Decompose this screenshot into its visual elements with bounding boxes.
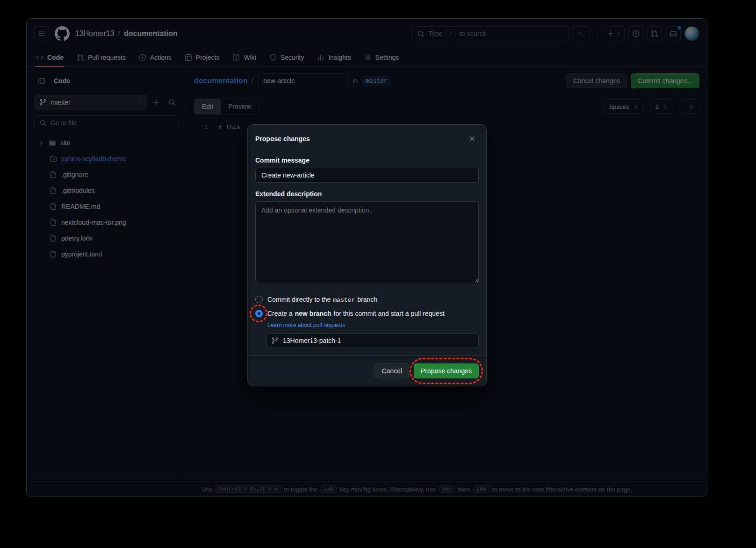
browser-window: 13Homer13 / documentation Type / to sear… [26,18,707,497]
radio-commit-direct[interactable] [255,296,263,303]
propose-changes-dialog: Propose changes Commit message Extended … [247,124,487,386]
commit-message-label: Commit message [255,157,479,164]
radio-create-branch-label: Create a new branch for this commit and … [267,310,445,317]
label-text: branch [357,296,377,303]
label-bold-text: new branch [295,310,331,317]
commit-message-input[interactable] [255,168,479,183]
close-dialog-button[interactable] [466,132,479,145]
git-branch-icon [271,337,279,344]
radio-commit-direct-label: Commit directly to the master branch [267,296,377,304]
cancel-button[interactable]: Cancel [374,363,409,378]
branch-code: master [333,297,355,304]
learn-more-link[interactable]: Learn more about pull requests [267,322,345,328]
extended-description-textarea[interactable] [255,201,479,283]
radio-create-branch[interactable] [255,310,263,317]
propose-changes-button[interactable]: Propose changes [414,363,479,378]
commit-choice-group: Commit directly to the master branch Cre… [255,292,479,320]
radio-row-create-branch: Create a new branch for this commit and … [255,306,479,320]
extended-description-label: Extended description [255,190,479,198]
label-text: Create a [267,310,293,317]
radio-row-commit-direct: Commit directly to the master branch [255,292,479,306]
label-text: Commit directly to the [267,296,331,303]
close-icon [468,135,476,142]
dialog-title: Propose changes [255,135,310,142]
label-text: for this commit and start a pull request [334,310,445,317]
new-branch-name-input[interactable] [266,333,479,348]
